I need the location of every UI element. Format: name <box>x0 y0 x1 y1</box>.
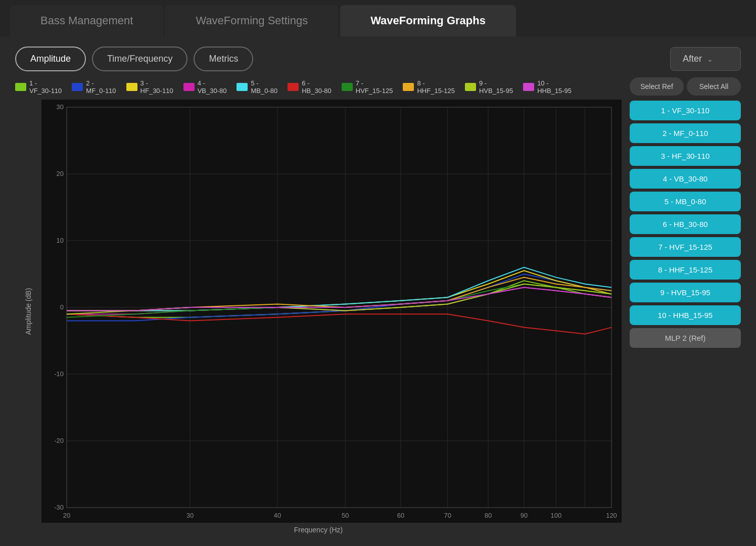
legend-label-1: 1 -VF_30-110 <box>29 79 62 95</box>
channel-btn-8[interactable]: 8 - HHF_15-125 <box>630 260 741 280</box>
x-axis-label: Frequency (Hz) <box>294 526 343 534</box>
channel-btn-9[interactable]: 9 - HVB_15-95 <box>630 283 741 302</box>
legend-color-8 <box>403 83 414 91</box>
channel-btn-5[interactable]: 5 - MB_0-80 <box>630 192 741 211</box>
legend-color-9 <box>465 83 476 91</box>
legend-label-4: 4 -VB_30-80 <box>198 79 227 95</box>
legend-label-9: 9 -HVB_15-95 <box>479 79 513 95</box>
app-container: Bass Management WaveForming Settings Wav… <box>0 0 756 546</box>
channel-btn-4[interactable]: 4 - VB_30-80 <box>630 169 741 189</box>
sidebar: Select Ref Select All 1 - VF_30-110 2 - … <box>630 77 741 536</box>
after-dropdown-label: After <box>683 54 702 64</box>
legend-item-9: 9 -HVB_15-95 <box>465 79 513 95</box>
legend-color-7 <box>342 83 353 91</box>
legend-label-7: 7 -HVF_15-125 <box>356 79 393 95</box>
select-ref-button[interactable]: Select Ref <box>630 77 684 96</box>
legend-item-8: 8 -HHF_15-125 <box>403 79 454 95</box>
legend-item-1: 1 -VF_30-110 <box>15 79 62 95</box>
amplitude-button[interactable]: Amplitude <box>15 47 86 71</box>
tab-waveforming-graphs[interactable]: WaveForming Graphs <box>340 5 516 36</box>
legend-color-2 <box>72 83 83 91</box>
channel-btn-2[interactable]: 2 - MF_0-110 <box>630 123 741 143</box>
tab-bass-management[interactable]: Bass Management <box>10 5 163 36</box>
legend-item-6: 6 -HB_30-80 <box>288 79 332 95</box>
sidebar-controls: Select Ref Select All <box>630 77 741 96</box>
channel-btn-10[interactable]: 10 - HHB_15-95 <box>630 305 741 325</box>
tab-bar: Bass Management WaveForming Settings Wav… <box>0 0 756 36</box>
ref-channel-button[interactable]: MLP 2 (Ref) <box>630 328 741 348</box>
legend-item-7: 7 -HVF_15-125 <box>342 79 393 95</box>
channel-btn-6[interactable]: 6 - HB_30-80 <box>630 214 741 234</box>
legend-color-10 <box>523 83 534 91</box>
legend-row: 1 -VF_30-110 2 -MF_0-110 3 -HF_30-110 4 … <box>15 77 622 97</box>
legend-label-2: 2 -MF_0-110 <box>86 79 116 95</box>
legend-label-8: 8 -HHF_15-125 <box>417 79 454 95</box>
after-dropdown[interactable]: After ⌄ <box>670 47 741 71</box>
tab-waveforming-settings[interactable]: WaveForming Settings <box>165 5 338 36</box>
legend-item-3: 3 -HF_30-110 <box>126 79 173 95</box>
time-frequency-button[interactable]: Time/Frequency <box>92 47 187 71</box>
metrics-button[interactable]: Metrics <box>194 47 253 71</box>
legend-item-5: 5 -MB_0-80 <box>237 79 277 95</box>
legend-label-3: 3 -HF_30-110 <box>140 79 173 95</box>
channel-btn-7[interactable]: 7 - HVF_15-125 <box>630 237 741 257</box>
select-all-button[interactable]: Select All <box>687 77 741 96</box>
chevron-down-icon: ⌄ <box>707 55 713 63</box>
legend-label-10: 10 -HHB_15-95 <box>537 79 572 95</box>
main-content: Amplitude Time/Frequency Metrics After ⌄… <box>0 36 756 546</box>
legend-item-4: 4 -VB_30-80 <box>183 79 227 95</box>
legend-color-4 <box>183 83 195 91</box>
channel-btn-1[interactable]: 1 - VF_30-110 <box>630 101 741 120</box>
legend-label-6: 6 -HB_30-80 <box>302 79 332 95</box>
legend-color-6 <box>288 83 299 91</box>
y-axis-label: Amplitude (dB) <box>24 288 32 335</box>
legend-color-1 <box>15 83 26 91</box>
legend-item-2: 2 -MF_0-110 <box>72 79 116 95</box>
legend-item-10: 10 -HHB_15-95 <box>523 79 572 95</box>
channel-btn-3[interactable]: 3 - HF_30-110 <box>630 146 741 166</box>
legend-label-5: 5 -MB_0-80 <box>251 79 277 95</box>
controls-row: Amplitude Time/Frequency Metrics After ⌄ <box>15 47 741 71</box>
legend-color-5 <box>237 83 248 91</box>
legend-color-3 <box>126 83 137 91</box>
graph-section: 1 -VF_30-110 2 -MF_0-110 3 -HF_30-110 4 … <box>15 77 741 536</box>
amplitude-chart <box>41 100 622 523</box>
